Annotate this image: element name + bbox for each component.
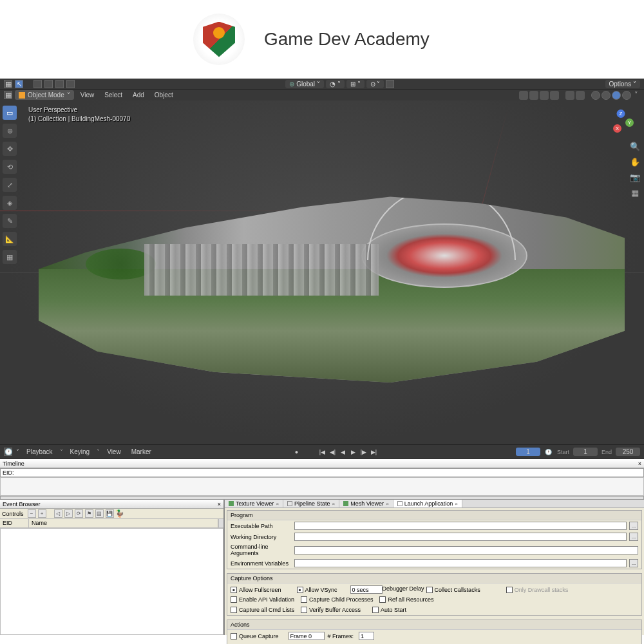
- tl-keying[interactable]: Keying: [67, 448, 93, 455]
- prev-icon[interactable]: ◁: [54, 509, 62, 518]
- scrollbar[interactable]: [218, 519, 223, 527]
- cursor-tool-icon[interactable]: ↖: [15, 80, 23, 88]
- jump-start-icon[interactable]: |◀: [317, 448, 327, 457]
- cb-allow-fullscreen[interactable]: Allow Fullscreen: [231, 585, 281, 594]
- gizmo-toggle-icon[interactable]: [529, 91, 538, 100]
- tl-view[interactable]: View: [104, 448, 124, 455]
- zoom-icon[interactable]: 🔍: [629, 140, 641, 152]
- autokey-icon[interactable]: ●: [292, 448, 301, 457]
- col-eid[interactable]: EID: [0, 519, 29, 527]
- tab-close-icon[interactable]: ×: [276, 501, 279, 507]
- snap-dropdown[interactable]: ⊞ ˅: [346, 80, 365, 88]
- xray-icon[interactable]: [550, 91, 559, 100]
- options-dropdown[interactable]: Options ˅: [605, 80, 640, 88]
- jump-end-icon[interactable]: ▶|: [369, 448, 378, 457]
- timeline-editor-icon[interactable]: 🕐: [4, 448, 12, 456]
- cb-capture-child[interactable]: Capture Child Processes: [301, 596, 374, 603]
- tab-close-icon[interactable]: ×: [455, 501, 458, 507]
- col-name[interactable]: Name: [29, 519, 218, 527]
- frame-input[interactable]: Frame 0: [289, 632, 325, 640]
- filter-icon[interactable]: ▤: [95, 509, 104, 518]
- save-icon[interactable]: 💾: [106, 509, 114, 518]
- editor-type-icon[interactable]: ▦: [4, 80, 12, 88]
- cb-enable-api-val[interactable]: Enable API Validation: [231, 596, 294, 603]
- exe-path-input[interactable]: [294, 522, 627, 530]
- tab-texture-viewer[interactable]: Texture Viewer×: [225, 500, 283, 507]
- menu-add[interactable]: Add: [129, 91, 148, 99]
- wireframe-shading-icon[interactable]: [591, 91, 600, 100]
- tab-pipeline-state[interactable]: Pipeline State×: [283, 500, 339, 507]
- menu-select[interactable]: Select: [100, 91, 126, 99]
- duck-icon[interactable]: 🦆: [116, 509, 124, 518]
- next-key-icon[interactable]: |▶: [359, 448, 368, 457]
- misc1-icon[interactable]: [386, 80, 394, 88]
- current-frame-field[interactable]: 1: [516, 448, 540, 456]
- tl-marker[interactable]: Marker: [128, 448, 155, 455]
- cb-verify-buffer[interactable]: Verify Buffer Access: [301, 607, 361, 613]
- rotate-tool[interactable]: ⟲: [3, 160, 17, 174]
- cb-ref-all[interactable]: Ref all Resources: [379, 596, 433, 603]
- play-icon[interactable]: ▶: [348, 448, 357, 457]
- pan-icon[interactable]: ✋: [629, 156, 641, 167]
- tab-launch-application[interactable]: Launch Application×: [393, 500, 462, 507]
- pivot-dropdown[interactable]: ◔ ˅: [326, 80, 345, 88]
- transform-orientation[interactable]: ⊕Global ˅ ◔ ˅ ⊞ ˅ ⊙ ˅: [285, 80, 394, 88]
- solid-shading-icon[interactable]: [601, 91, 611, 100]
- gizmo-y-axis[interactable]: Y: [625, 118, 634, 127]
- flag-icon[interactable]: ⚑: [85, 509, 93, 518]
- move-tool[interactable]: ✥: [3, 142, 17, 156]
- menu-view[interactable]: View: [77, 91, 99, 99]
- viewport-3d[interactable]: ▭ ⊕ ✥ ⟲ ⤢ ◈ ✎ 📐 ▦ User Perspective (1) C…: [0, 100, 644, 444]
- event-tree-body[interactable]: [0, 528, 223, 635]
- annotate-tool[interactable]: ✎: [3, 214, 17, 228]
- snap-icon[interactable]: [33, 80, 42, 88]
- close-icon[interactable]: ×: [638, 460, 641, 467]
- overlay3-icon[interactable]: [576, 91, 585, 100]
- proportional-dropdown[interactable]: ⊙ ˅: [366, 80, 384, 88]
- measure-tool[interactable]: 📐: [3, 232, 17, 246]
- plus-icon[interactable]: +: [38, 509, 46, 518]
- eid-input[interactable]: [16, 469, 641, 477]
- tl-playback[interactable]: Playback: [23, 448, 56, 455]
- add-tool[interactable]: ▦: [3, 250, 17, 264]
- rendered-shading-icon[interactable]: [622, 91, 631, 100]
- start-frame-field[interactable]: 1: [573, 448, 598, 456]
- editor-selector-icon[interactable]: ▦: [4, 91, 12, 99]
- cmdline-input[interactable]: [294, 546, 638, 554]
- browse-button[interactable]: ...: [629, 533, 638, 541]
- refresh-icon[interactable]: ⟳: [75, 509, 83, 518]
- material-shading-icon[interactable]: [612, 91, 621, 100]
- transform-tool[interactable]: ◈: [3, 196, 17, 210]
- cb-allow-vsync[interactable]: Allow VSync: [297, 585, 337, 594]
- perspective-icon[interactable]: ▦: [629, 187, 641, 198]
- shading-dropdown-icon[interactable]: ˅: [632, 91, 640, 100]
- snap2-icon[interactable]: [44, 80, 53, 88]
- scale-tool[interactable]: ⤢: [3, 178, 17, 192]
- timeline-track[interactable]: [0, 477, 644, 496]
- close-icon[interactable]: ×: [218, 501, 221, 507]
- gizmo-z-axis[interactable]: Z: [617, 109, 625, 118]
- env-input[interactable]: [294, 559, 627, 567]
- debugger-delay-input[interactable]: 0 secs: [350, 585, 383, 594]
- camera-icon[interactable]: 📷: [629, 171, 641, 183]
- minus-icon[interactable]: −: [28, 509, 36, 518]
- select-visibility-icon[interactable]: [519, 91, 528, 100]
- clock-icon[interactable]: 🕐: [544, 448, 553, 457]
- cb-auto-start[interactable]: Auto Start: [372, 607, 406, 613]
- navigation-gizmo[interactable]: Z Y X: [609, 109, 632, 133]
- browse-button[interactable]: ...: [629, 559, 638, 567]
- end-frame-field[interactable]: 250: [616, 448, 640, 456]
- num-frames-input[interactable]: 1: [359, 632, 374, 640]
- mode-dropdown[interactable]: Object Mode ˅: [15, 90, 74, 100]
- overlay-toggle-icon[interactable]: [540, 91, 549, 100]
- tab-close-icon[interactable]: ×: [332, 501, 336, 507]
- browse-button[interactable]: ...: [629, 522, 638, 530]
- cb-queue-capture[interactable]: Queue Capture: [231, 633, 279, 639]
- cb-collect-callstacks[interactable]: Collect Callstacks: [426, 585, 480, 594]
- snap3-icon[interactable]: [55, 80, 64, 88]
- gizmo-x-axis[interactable]: X: [613, 124, 621, 133]
- overlay2-icon[interactable]: [565, 91, 574, 100]
- timeline-chevron-icon[interactable]: ˅: [16, 448, 19, 455]
- cb-capture-cmd[interactable]: Capture all Cmd Lists: [231, 607, 294, 613]
- cursor-tool[interactable]: ⊕: [3, 124, 17, 138]
